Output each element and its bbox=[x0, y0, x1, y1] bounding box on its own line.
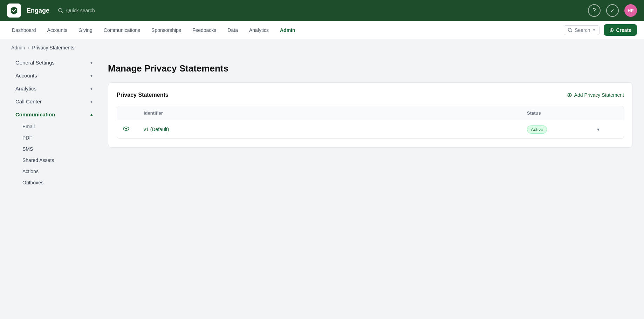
sidebar-item-call-center-label: Call Center bbox=[15, 99, 42, 104]
col-actions bbox=[597, 110, 618, 116]
breadcrumb: Admin / Privacy Statements bbox=[0, 39, 644, 56]
sidebar-subitem-email[interactable]: Email bbox=[18, 121, 97, 132]
col-status: Status bbox=[527, 110, 597, 116]
sidebar-item-call-center[interactable]: Call Center ▾ bbox=[11, 95, 97, 108]
privacy-statements-card: Privacy Statements ⊕ Add Privacy Stateme… bbox=[108, 82, 633, 148]
table-row: v1 (Default) Active ▾ bbox=[117, 120, 624, 138]
sidebar: General Settings ▾ Accounts ▾ Analytics … bbox=[11, 56, 102, 188]
page-title: Manage Privacy Statements bbox=[108, 56, 633, 74]
sidebar-subitem-actions[interactable]: Actions bbox=[18, 166, 97, 177]
sidebar-item-accounts[interactable]: Accounts ▾ bbox=[11, 69, 97, 82]
col-identifier: Identifier bbox=[144, 110, 527, 116]
svg-point-1 bbox=[568, 28, 571, 31]
topbar: Engage Quick search ? ✓ HE bbox=[0, 0, 644, 21]
navbar-search-icon bbox=[568, 28, 573, 33]
tasks-button[interactable]: ✓ bbox=[606, 4, 619, 17]
chevron-down-icon: ▾ bbox=[90, 73, 93, 78]
create-button[interactable]: ⊕ Create bbox=[604, 24, 637, 36]
nav-item-giving[interactable]: Giving bbox=[74, 25, 97, 35]
topbar-actions: ? ✓ HE bbox=[588, 4, 637, 17]
svg-point-3 bbox=[125, 128, 127, 130]
help-icon: ? bbox=[593, 7, 596, 14]
main-panel: Manage Privacy Statements Privacy Statem… bbox=[102, 56, 644, 188]
communication-subitems: Email PDF SMS Shared Assets Actions Outb… bbox=[11, 121, 97, 188]
tasks-icon: ✓ bbox=[610, 8, 615, 13]
navbar: Dashboard Accounts Giving Communications… bbox=[0, 21, 644, 39]
sidebar-subitem-shared-assets[interactable]: Shared Assets bbox=[18, 155, 97, 166]
content-area: General Settings ▾ Accounts ▾ Analytics … bbox=[0, 56, 644, 188]
page-wrap: Admin / Privacy Statements General Setti… bbox=[0, 39, 644, 319]
search-icon bbox=[58, 8, 63, 13]
create-label: Create bbox=[616, 27, 631, 33]
row-identifier: v1 (Default) bbox=[144, 127, 527, 132]
navbar-search-label: Search bbox=[575, 27, 590, 33]
status-badge: Active bbox=[527, 125, 547, 134]
nav-item-sponsorships[interactable]: Sponsorships bbox=[146, 25, 186, 35]
nav-item-dashboard[interactable]: Dashboard bbox=[7, 25, 41, 35]
nav-item-analytics[interactable]: Analytics bbox=[244, 25, 274, 35]
create-icon: ⊕ bbox=[609, 27, 614, 33]
quick-search-label: Quick search bbox=[66, 8, 95, 13]
nav-item-admin[interactable]: Admin bbox=[275, 25, 300, 35]
chevron-down-icon: ▾ bbox=[90, 99, 93, 104]
nav-item-feedbacks[interactable]: Feedbacks bbox=[187, 25, 221, 35]
nav-item-accounts[interactable]: Accounts bbox=[42, 25, 73, 35]
navbar-search-chevron: ▼ bbox=[592, 28, 596, 32]
nav-item-communications[interactable]: Communications bbox=[99, 25, 145, 35]
chevron-down-icon: ▾ bbox=[90, 60, 93, 65]
breadcrumb-parent[interactable]: Admin bbox=[11, 45, 25, 50]
sidebar-subitem-outboxes[interactable]: Outboxes bbox=[18, 177, 97, 188]
app-logo bbox=[7, 4, 21, 18]
quick-search[interactable]: Quick search bbox=[58, 8, 95, 13]
row-status-cell: Active bbox=[527, 125, 597, 134]
sidebar-item-general-settings[interactable]: General Settings ▾ bbox=[11, 56, 97, 69]
card-title: Privacy Statements bbox=[117, 92, 169, 98]
sidebar-item-analytics[interactable]: Analytics ▾ bbox=[11, 82, 97, 95]
privacy-statements-table: Identifier Status v1 (Default) bbox=[117, 106, 624, 139]
add-privacy-statement-button[interactable]: ⊕ Add Privacy Statement bbox=[567, 91, 624, 99]
chevron-up-icon: ▴ bbox=[90, 112, 93, 117]
table-header: Identifier Status bbox=[117, 106, 624, 120]
row-eye-icon[interactable] bbox=[123, 125, 144, 134]
sidebar-item-communication[interactable]: Communication ▴ bbox=[11, 108, 97, 121]
add-icon: ⊕ bbox=[567, 91, 572, 99]
sidebar-item-communication-label: Communication bbox=[15, 111, 55, 117]
chevron-down-icon: ▾ bbox=[90, 86, 93, 91]
row-expand-chevron[interactable]: ▾ bbox=[597, 127, 618, 132]
sidebar-subitem-pdf[interactable]: PDF bbox=[18, 132, 97, 143]
sidebar-subitem-sms[interactable]: SMS bbox=[18, 143, 97, 155]
navbar-search[interactable]: Search ▼ bbox=[564, 25, 600, 35]
breadcrumb-separator: / bbox=[28, 45, 29, 50]
help-button[interactable]: ? bbox=[588, 4, 601, 17]
breadcrumb-current: Privacy Statements bbox=[32, 45, 75, 50]
col-icon bbox=[123, 110, 144, 116]
app-name: Engage bbox=[27, 7, 49, 14]
sidebar-item-general-settings-label: General Settings bbox=[15, 60, 55, 66]
sidebar-item-analytics-label: Analytics bbox=[15, 86, 36, 91]
user-avatar[interactable]: HE bbox=[624, 4, 637, 17]
nav-item-data[interactable]: Data bbox=[222, 25, 243, 35]
add-button-label: Add Privacy Statement bbox=[574, 92, 624, 98]
card-header: Privacy Statements ⊕ Add Privacy Stateme… bbox=[117, 91, 624, 99]
sidebar-item-accounts-label: Accounts bbox=[15, 73, 37, 79]
